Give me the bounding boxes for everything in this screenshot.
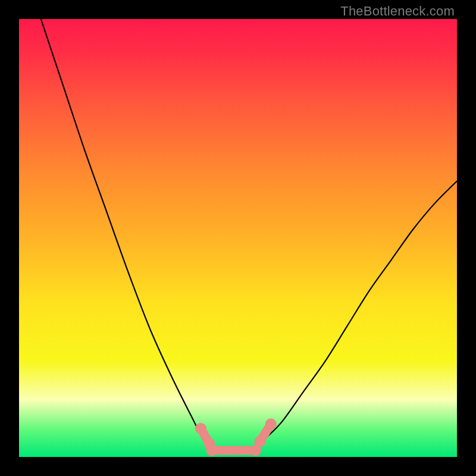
marker-dot-right-pair-1 [265,418,277,430]
watermark-text: TheBottleneck.com [340,4,455,19]
plot-area [19,19,457,457]
curve-layer [19,19,457,457]
marker-dot-floor-0 [206,444,217,456]
chart-frame: TheBottleneck.com [0,0,476,476]
curve-right-branch [255,181,457,448]
marker-dot-right-pair-0 [254,436,265,447]
marker-dot-left-pair-0 [195,423,206,434]
marker-layer [195,418,277,456]
curve-left-branch [41,19,212,448]
